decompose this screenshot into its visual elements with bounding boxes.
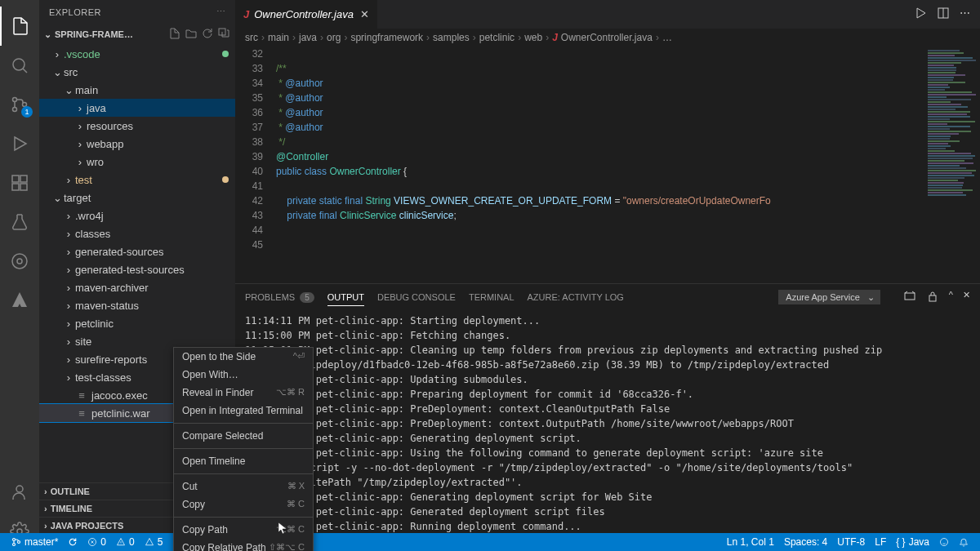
tree-folder[interactable]: ⌄main [39,81,235,99]
extensions-view-icon[interactable] [0,163,39,202]
menu-copy-rel-path[interactable]: Copy Relative Path⇧⌘⌥ C [174,539,313,551]
context-menu: Open to the Side^⏎ Open With… Reveal in … [173,347,314,551]
status-feedback-icon[interactable] [934,537,954,547]
tree-folder[interactable]: ›petclinic [39,314,235,332]
tab-bar: J OwnerController.java ✕ ⋯ [235,0,980,29]
search-view-icon[interactable] [0,46,39,85]
tree-folder[interactable]: ›classes [39,224,235,242]
code-editor[interactable]: 3233343536373839404142434445 /** * @auth… [235,47,980,283]
svg-point-20 [941,539,948,546]
menu-open-side[interactable]: Open to the Side^⏎ [174,348,313,366]
tree-folder[interactable]: ›resources [39,117,235,135]
tree-folder[interactable]: ›maven-status [39,296,235,314]
tree-folder[interactable]: ›maven-archiver [39,278,235,296]
activity-bar: 1 [0,0,39,551]
menu-open-with[interactable]: Open With… [174,366,313,384]
run-debug-view-icon[interactable] [0,124,39,163]
output-tab[interactable]: OUTPUT [327,289,364,306]
svg-point-2 [13,108,17,112]
azure-view-icon[interactable] [0,281,39,320]
close-panel-icon[interactable]: ✕ [963,290,970,304]
editor-tab[interactable]: J OwnerController.java ✕ [235,0,378,29]
status-lang[interactable]: { }Java [891,536,934,548]
project-section[interactable]: ⌄ SPRING-FRAME… [39,24,235,45]
svg-point-8 [12,254,27,269]
collapse-all-icon[interactable] [217,27,230,42]
status-encoding[interactable]: UTF-8 [832,536,870,548]
status-eol[interactable]: LF [870,536,891,548]
split-editor-icon[interactable] [937,7,950,22]
panel-tabs: PROBLEMS5 OUTPUT DEBUG CONSOLE TERMINAL … [235,284,980,310]
tree-folder[interactable]: ›generated-test-sources [39,260,235,278]
tree-folder[interactable]: ›.wro4j [39,207,235,224]
svg-rect-6 [12,184,19,190]
clear-output-icon[interactable] [903,290,916,304]
status-bell-icon[interactable] [954,537,973,547]
new-folder-icon[interactable] [185,27,198,42]
minimap[interactable] [923,47,980,283]
svg-rect-15 [929,295,936,301]
tree-folder[interactable]: ⌄src [39,63,235,81]
run-icon[interactable] [914,7,927,22]
docker-view-icon[interactable] [0,242,39,281]
terminal-tab[interactable]: TERMINAL [469,289,514,305]
output-channel-select[interactable]: Azure App Service ⌄ [778,290,880,304]
azure-log-tab[interactable]: AZURE: ACTIVITY LOG [528,289,624,305]
status-info[interactable]: 5 [140,536,168,548]
menu-reveal[interactable]: Reveal in Finder⌥⌘ R [174,384,313,402]
status-spaces[interactable]: Spaces: 4 [779,536,832,548]
svg-rect-7 [20,184,27,190]
debug-console-tab[interactable]: DEBUG CONSOLE [377,289,456,305]
explorer-view-icon[interactable] [0,7,39,46]
tree-folder[interactable]: ›.vscode [39,45,235,63]
menu-copy-path[interactable]: Copy Path⌥⌘ C [174,521,313,539]
svg-point-1 [13,98,17,102]
bottom-panel: PROBLEMS5 OUTPUT DEBUG CONSOLE TERMINAL … [235,283,980,551]
menu-copy[interactable]: Copy⌘ C [174,495,313,513]
status-bar: master* 0 0 5 Ln 1, Col 1 Spaces: 4 UTF-… [0,533,980,551]
menu-open-terminal[interactable]: Open in Integrated Terminal [174,402,313,420]
menu-timeline[interactable]: Open Timeline [174,452,313,470]
breadcrumbs[interactable]: src›main›java›org›springframework›sample… [235,29,980,47]
svg-point-16 [13,539,16,541]
svg-point-10 [16,486,23,492]
lock-scroll-icon[interactable] [926,290,939,304]
refresh-icon[interactable] [201,27,214,42]
new-file-icon[interactable] [168,27,181,42]
tab-label: OwnerController.java [254,8,354,20]
menu-cut[interactable]: Cut⌘ X [174,478,313,495]
tree-folder[interactable]: ›test [39,171,235,189]
svg-rect-14 [905,293,915,300]
maximize-panel-icon[interactable]: ^ [949,290,953,304]
menu-compare[interactable]: Compare Selected [174,427,313,445]
tree-folder[interactable]: ›java [39,99,235,117]
tree-folder[interactable]: ›webapp [39,135,235,153]
output-content[interactable]: 11:14:11 PM pet-clinic-app: Starting dep… [235,310,980,551]
java-file-icon: J [243,8,249,20]
svg-rect-4 [12,176,19,182]
accounts-icon[interactable] [0,473,39,512]
sidebar-title: EXPLORER [49,7,212,17]
status-warnings[interactable]: 0 [111,536,140,548]
svg-point-0 [13,59,24,70]
editor-area: J OwnerController.java ✕ ⋯ src›main›java… [235,0,980,551]
tree-folder[interactable]: ›wro [39,153,235,171]
status-errors[interactable]: 0 [82,536,111,548]
testing-view-icon[interactable] [0,202,39,242]
svg-point-17 [13,544,16,546]
status-branch[interactable]: master* [7,536,63,548]
tree-folder[interactable]: ⌄target [39,189,235,207]
source-control-view-icon[interactable]: 1 [0,85,39,124]
more-actions-icon[interactable]: ⋯ [960,7,970,22]
svg-point-9 [17,259,22,264]
svg-point-18 [18,541,20,544]
scm-badge: 1 [21,106,33,118]
svg-rect-5 [20,176,27,182]
status-sync[interactable] [63,537,82,547]
status-ln-col[interactable]: Ln 1, Col 1 [722,536,779,548]
problems-tab[interactable]: PROBLEMS5 [245,289,314,306]
close-tab-icon[interactable]: ✕ [360,8,369,20]
more-icon[interactable]: ⋯ [216,7,226,17]
tree-folder[interactable]: ›generated-sources [39,242,235,260]
sidebar-header: EXPLORER ⋯ [39,0,235,24]
